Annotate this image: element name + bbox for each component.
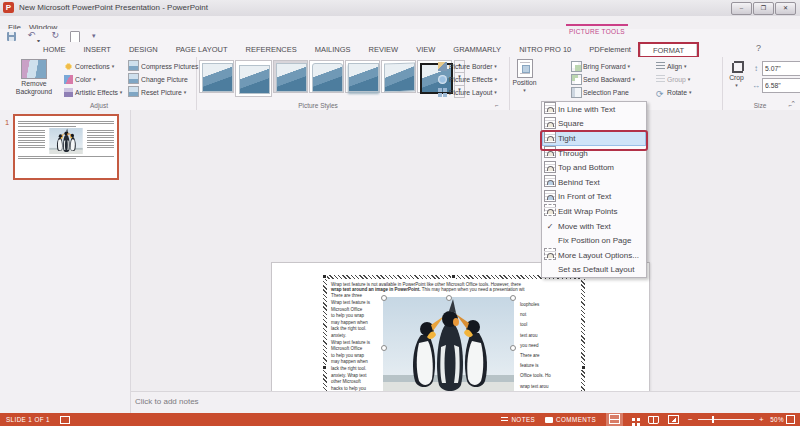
picture-style-thumb[interactable] bbox=[345, 60, 380, 93]
picture-style-thumb[interactable] bbox=[199, 60, 234, 93]
restore-button[interactable]: ❐ bbox=[753, 2, 774, 15]
comments-toggle[interactable]: COMMENTS bbox=[545, 416, 596, 423]
zoom-level[interactable]: 50% bbox=[770, 416, 784, 423]
menu-item-in-line-with-text[interactable]: In Line with Text bbox=[542, 102, 646, 117]
picture-style-thumb[interactable] bbox=[273, 60, 308, 93]
selection-pane-button[interactable]: Selection Pane bbox=[572, 86, 629, 99]
customize-qat-icon[interactable]: ▾ bbox=[92, 30, 96, 41]
format-tab-annotation-box bbox=[638, 42, 699, 58]
menu-item-fix-position-on-page[interactable]: Fix Position on Page bbox=[542, 233, 646, 248]
picture-resize-handle[interactable] bbox=[446, 295, 452, 301]
menu-item-in-front-of-text[interactable]: In Front of Text bbox=[542, 190, 646, 205]
width-input[interactable] bbox=[762, 78, 800, 93]
textbox-handle[interactable] bbox=[581, 365, 586, 370]
zoom-slider-thumb[interactable] bbox=[712, 416, 714, 423]
group-adjust: Remove Background Corrections ▾ Color ▾ … bbox=[2, 57, 197, 110]
picture-styles-dialog-launcher-icon[interactable]: ⌐ bbox=[495, 102, 499, 108]
top-and-bottom-wrap-icon bbox=[544, 161, 556, 173]
more-layout-options-icon bbox=[544, 248, 556, 260]
picture-border-button[interactable]: Picture Border ▾ bbox=[438, 60, 497, 73]
in-front-of-text-icon bbox=[544, 190, 556, 202]
send-backward-button[interactable]: Send Backward ▾ bbox=[572, 73, 635, 86]
tab-format[interactable]: FORMAT bbox=[640, 43, 697, 57]
redo-icon[interactable]: ↻ bbox=[51, 30, 59, 41]
rotate-icon: ⟳ bbox=[656, 90, 665, 99]
ribbon-tab[interactable]: VIEW bbox=[407, 42, 444, 57]
textbox-handle[interactable] bbox=[322, 274, 327, 279]
position-button[interactable]: Position▾ bbox=[512, 59, 537, 94]
notes-pane[interactable]: Click to add notes bbox=[131, 391, 800, 414]
text-line: There are bbox=[520, 351, 580, 361]
align-button[interactable]: Align ▾ bbox=[656, 60, 687, 73]
ribbon-tab[interactable]: MAILINGS bbox=[306, 42, 360, 57]
dropdown-arrow-icon: ▾ bbox=[184, 89, 187, 95]
ribbon-tab[interactable]: REFERENCES bbox=[236, 42, 305, 57]
picture-layout-button[interactable]: Picture Layout ▾ bbox=[438, 86, 497, 99]
picture-resize-handle[interactable] bbox=[381, 345, 387, 351]
ribbon-tab[interactable]: DESIGN bbox=[120, 42, 167, 57]
menu-item-top-and-bottom[interactable]: Top and Bottom bbox=[542, 160, 646, 175]
left-text-column: Wrap text feature isMicrosoft Officeto h… bbox=[331, 300, 381, 399]
penguins-picture[interactable] bbox=[383, 297, 514, 399]
ribbon-tab[interactable]: REVIEW bbox=[360, 42, 408, 57]
artistic-effects-button[interactable]: Artistic Effects ▾ bbox=[64, 86, 122, 99]
crop-button[interactable]: Crop▾ bbox=[724, 59, 749, 89]
picture-resize-handle[interactable] bbox=[510, 345, 516, 351]
height-input[interactable] bbox=[762, 61, 800, 76]
group-button[interactable]: Group ▾ bbox=[656, 73, 690, 86]
menu-item-behind-text[interactable]: Behind Text bbox=[542, 175, 646, 190]
slideshow-view-icon[interactable] bbox=[668, 415, 679, 424]
square-wrap-icon bbox=[544, 117, 556, 129]
remove-background-button[interactable]: Remove Background bbox=[8, 59, 60, 95]
ribbon-tab[interactable]: INSERT bbox=[75, 42, 120, 57]
color-button[interactable]: Color ▾ bbox=[64, 73, 96, 86]
menu-item-move-with-text[interactable]: ✓Move with Text bbox=[542, 219, 646, 234]
workspace: 1 Wrap text feature is not available in … bbox=[0, 110, 800, 413]
rotate-button[interactable]: ⟳Rotate ▾ bbox=[656, 86, 691, 99]
picture-style-thumb[interactable] bbox=[309, 60, 344, 93]
zoom-in-icon[interactable]: + bbox=[759, 416, 764, 424]
bring-forward-button[interactable]: Bring Forward ▾ bbox=[572, 60, 630, 73]
picture-styles-gallery: ▲ ▼ ▼ bbox=[199, 60, 465, 97]
slide-thumbnail[interactable] bbox=[13, 114, 119, 180]
minimize-button[interactable]: – bbox=[731, 2, 752, 15]
display-settings-icon[interactable] bbox=[60, 416, 70, 424]
picture-style-thumb[interactable] bbox=[381, 60, 416, 93]
zoom-out-icon[interactable]: − bbox=[688, 416, 693, 424]
notes-toggle[interactable]: NOTES bbox=[501, 416, 535, 423]
textbox-handle[interactable] bbox=[451, 274, 456, 279]
close-button[interactable]: ✕ bbox=[775, 2, 796, 15]
picture-effects-button[interactable]: Picture Effects ▾ bbox=[438, 73, 497, 86]
change-picture-button[interactable]: Change Picture bbox=[128, 73, 188, 86]
menu-item-edit-wrap-points[interactable]: Edit Wrap Points bbox=[542, 204, 646, 219]
reset-picture-button[interactable]: Reset Picture ▾ bbox=[128, 86, 186, 99]
ribbon-tab[interactable]: PAGE LAYOUT bbox=[167, 42, 237, 57]
zoom-slider[interactable] bbox=[698, 419, 754, 420]
textbox-handle[interactable] bbox=[322, 365, 327, 370]
menu-item-square[interactable]: Square bbox=[542, 117, 646, 132]
compress-pictures-button[interactable]: Compress Pictures bbox=[128, 60, 198, 73]
undo-icon[interactable]: ↶ bbox=[27, 30, 35, 41]
bring-forward-icon bbox=[572, 62, 581, 71]
ribbon-tab[interactable]: HOME bbox=[34, 42, 75, 57]
menu-item-more-layout-options[interactable]: More Layout Options... bbox=[542, 248, 646, 263]
help-icon[interactable]: ? bbox=[756, 43, 761, 53]
text-line: anxiety. bbox=[331, 333, 381, 340]
ribbon-tab[interactable]: NITRO PRO 10 bbox=[510, 42, 580, 57]
slide-sorter-view-icon[interactable] bbox=[632, 418, 635, 421]
corrections-button[interactable]: Corrections ▾ bbox=[64, 60, 114, 73]
picture-tools-label: PICTURE TOOLS bbox=[566, 28, 628, 35]
menu-item-set-as-default-layout[interactable]: Set as Default Layout bbox=[542, 263, 646, 278]
right-text-column: loopholesnottooltext arouyou needThere a… bbox=[520, 300, 580, 402]
reset-picture-icon bbox=[128, 86, 139, 97]
ribbon-tab[interactable]: GRAMMARLY bbox=[444, 42, 510, 57]
normal-view-button[interactable] bbox=[606, 412, 623, 426]
fit-to-window-icon[interactable] bbox=[786, 415, 795, 424]
picture-resize-handle[interactable] bbox=[381, 295, 387, 301]
group-label-picture-styles: Picture Styles bbox=[197, 102, 439, 109]
picture-style-thumb[interactable] bbox=[235, 60, 272, 97]
collapse-ribbon-icon[interactable]: ⌃ bbox=[790, 100, 796, 108]
reading-view-icon[interactable] bbox=[648, 416, 659, 424]
ribbon-tab[interactable]: PDFelement bbox=[580, 42, 640, 57]
picture-resize-handle[interactable] bbox=[510, 295, 516, 301]
